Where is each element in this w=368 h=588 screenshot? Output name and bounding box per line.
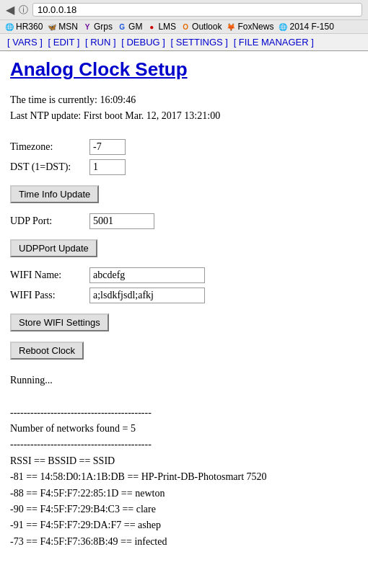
back-button[interactable]: ◀ bbox=[6, 3, 14, 17]
bookmark-label-outlook: Outlook bbox=[192, 22, 222, 32]
dst-input[interactable] bbox=[89, 159, 126, 175]
timezone-label: Timezone: bbox=[10, 141, 89, 153]
time-info-section: The time is currently: 16:09:46 Last NTP… bbox=[10, 92, 358, 125]
bookmark-outlook[interactable]: O Outlook bbox=[180, 22, 222, 32]
wifi-pass-input[interactable] bbox=[89, 288, 205, 303]
bookmark-grps[interactable]: Y Grps bbox=[82, 22, 113, 32]
nav-edit[interactable]: [ EDIT ] bbox=[48, 37, 80, 48]
url-bar[interactable]: 10.0.0.18 bbox=[32, 3, 362, 17]
bookmark-label-foxnews: FoxNews bbox=[237, 22, 273, 32]
timezone-section: Timezone: DST (1=DST): bbox=[10, 139, 358, 175]
bookmark-label-gm: GM bbox=[128, 22, 142, 32]
wifi-section: WIFI Name: WIFI Pass: bbox=[10, 267, 358, 303]
bookmark-f150[interactable]: 🌐 2014 F-150 bbox=[278, 22, 333, 32]
bookmark-label-f150: 2014 F-150 bbox=[289, 22, 333, 32]
output-network5: -73 == F4:5F:F7:36:8B:49 == infected bbox=[10, 534, 358, 550]
timezone-row: Timezone: bbox=[10, 139, 358, 155]
output-network1: -81 == 14:58:D0:1A:1B:DB == HP-Print-DB-… bbox=[10, 469, 358, 485]
bookmark-label-lms: LMS bbox=[158, 22, 176, 32]
output-rssi-header: RSSI == BSSID == SSID bbox=[10, 453, 358, 469]
udpport-update-button[interactable]: UDPPort Update bbox=[10, 239, 97, 257]
wifi-name-label: WIFI Name: bbox=[10, 270, 89, 281]
bookmark-label-grps: Grps bbox=[94, 22, 113, 32]
bookmark-label-msn: MSN bbox=[58, 22, 78, 32]
udp-port-label: UDP Port: bbox=[10, 215, 89, 227]
output-running: Running... bbox=[10, 373, 358, 388]
output-networks-found: Number of networks found = 5 bbox=[10, 421, 358, 437]
page-title: Analog Clock Setup bbox=[10, 58, 358, 81]
nav-menu: [ VARS ] [ EDIT ] [ RUN ] [ DEBUG ] [ SE… bbox=[0, 34, 368, 51]
bookmarks-bar: 🌐 HR360 🦋 MSN Y Grps G GM ● LMS O Outloo… bbox=[0, 20, 368, 34]
output-network4: -91 == F4:5F:F7:29:DA:F7 == ashep bbox=[10, 517, 358, 533]
bookmark-icon-gm: G bbox=[117, 22, 127, 32]
timezone-input[interactable] bbox=[89, 139, 126, 155]
reboot-section: Reboot Clock bbox=[10, 342, 358, 370]
udp-port-row: UDP Port: bbox=[10, 213, 358, 229]
bookmark-icon-lms: ● bbox=[146, 22, 157, 32]
dst-label: DST (1=DST): bbox=[10, 161, 89, 173]
output-separator2: ----------------------------------------… bbox=[10, 437, 358, 453]
wifi-name-input[interactable] bbox=[89, 267, 205, 283]
output-network2: -88 == F4:5F:F7:22:85:1D == newton bbox=[10, 486, 358, 502]
bookmark-icon-grps: Y bbox=[82, 22, 92, 32]
time-info-update-button[interactable]: Time Info Update bbox=[10, 185, 99, 203]
nav-debug[interactable]: [ DEBUG ] bbox=[121, 37, 165, 48]
nav-vars[interactable]: [ VARS ] bbox=[7, 37, 43, 48]
wifi-pass-label: WIFI Pass: bbox=[10, 290, 89, 301]
bookmark-msn[interactable]: 🦋 MSN bbox=[47, 22, 78, 32]
page-content: Analog Clock Setup The time is currently… bbox=[0, 51, 368, 557]
dst-row: DST (1=DST): bbox=[10, 159, 358, 175]
nav-run[interactable]: [ RUN ] bbox=[85, 37, 116, 48]
udp-section: UDP Port: bbox=[10, 213, 358, 229]
udp-port-input[interactable] bbox=[89, 213, 154, 229]
bookmark-gm[interactable]: G GM bbox=[117, 22, 142, 32]
ntp-update: Last NTP update: First boot Mar. 12, 201… bbox=[10, 108, 358, 124]
wifi-pass-row: WIFI Pass: bbox=[10, 288, 358, 303]
browser-bar: ◀ ⓘ 10.0.0.18 bbox=[0, 0, 368, 20]
bookmark-icon-foxnews: 🦊 bbox=[226, 22, 236, 32]
info-icon: ⓘ bbox=[19, 4, 28, 17]
bookmark-icon-f150: 🌐 bbox=[278, 22, 288, 32]
time-current: The time is currently: 16:09:46 bbox=[10, 92, 358, 108]
bookmark-lms[interactable]: ● LMS bbox=[146, 22, 176, 32]
store-wifi-button[interactable]: Store WIFI Settings bbox=[10, 313, 109, 331]
bookmark-label-hr360: HR360 bbox=[16, 22, 43, 32]
output-section: Running... -----------------------------… bbox=[10, 373, 358, 550]
bookmark-hr360[interactable]: 🌐 HR360 bbox=[4, 22, 43, 32]
bookmark-icon-hr360: 🌐 bbox=[4, 22, 14, 32]
nav-filemanager[interactable]: [ FILE MANAGER ] bbox=[234, 37, 314, 48]
reboot-clock-button[interactable]: Reboot Clock bbox=[10, 342, 84, 360]
nav-settings[interactable]: [ SETTINGS ] bbox=[171, 37, 228, 48]
output-separator1: ----------------------------------------… bbox=[10, 405, 358, 421]
output-network3: -90 == F4:5F:F7:29:B4:C3 == clare bbox=[10, 502, 358, 517]
wifi-name-row: WIFI Name: bbox=[10, 267, 358, 283]
bookmark-icon-outlook: O bbox=[180, 22, 190, 32]
bookmark-icon-msn: 🦋 bbox=[47, 22, 57, 32]
bookmark-foxnews[interactable]: 🦊 FoxNews bbox=[226, 22, 273, 32]
